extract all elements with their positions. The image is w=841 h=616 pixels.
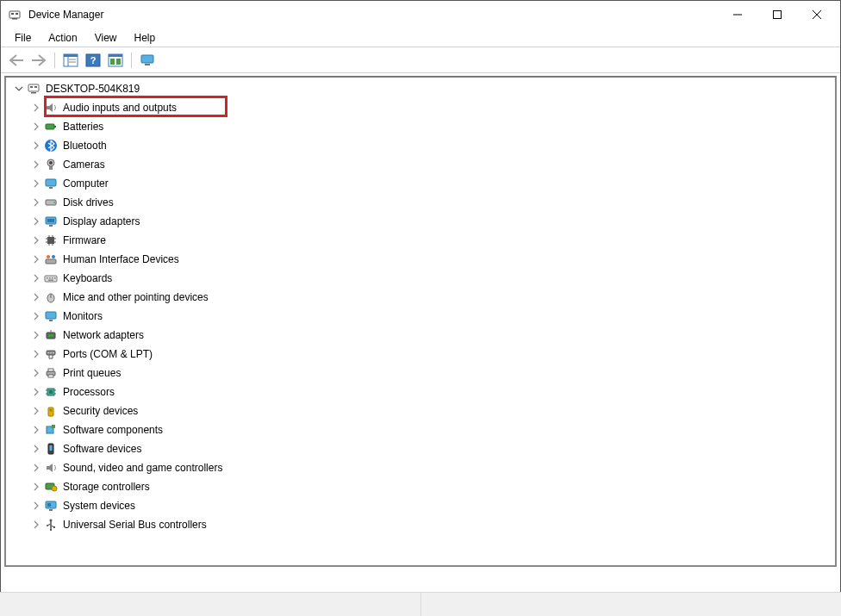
statusbar	[0, 592, 841, 616]
expander-right-icon[interactable]	[30, 159, 42, 171]
expander-right-icon[interactable]	[30, 424, 42, 436]
network-icon	[43, 327, 59, 343]
window-controls	[718, 2, 837, 28]
menu-help[interactable]: Help	[126, 30, 165, 46]
svg-rect-51	[47, 277, 48, 279]
tree-item-label: Ports (COM & LPT)	[63, 348, 153, 360]
expander-right-icon[interactable]	[30, 386, 42, 398]
expander-right-icon[interactable]	[30, 253, 42, 265]
monitor-button[interactable]	[137, 50, 158, 71]
status-cell	[0, 593, 421, 616]
tree-item-software-devices[interactable]: Software devices	[6, 439, 835, 458]
storage-controller-icon	[43, 479, 59, 495]
tree-item-hid[interactable]: Human Interface Devices	[6, 250, 835, 269]
software-component-icon	[43, 422, 59, 438]
tree-item-bluetooth[interactable]: Bluetooth	[6, 136, 835, 155]
help-button[interactable]: ?	[83, 50, 103, 71]
svg-rect-32	[49, 187, 53, 189]
svg-point-29	[49, 161, 53, 165]
expander-right-icon[interactable]	[30, 500, 42, 512]
expander-right-icon[interactable]	[30, 348, 42, 360]
expander-right-icon[interactable]	[30, 102, 42, 114]
expander-right-icon[interactable]	[30, 405, 42, 417]
maximize-button[interactable]	[757, 2, 797, 28]
expander-right-icon[interactable]	[30, 519, 42, 531]
tree-item-usb-controllers[interactable]: Universal Serial Bus controllers	[6, 515, 835, 534]
tree-item-label: Storage controllers	[63, 481, 150, 493]
expander-right-icon[interactable]	[30, 177, 42, 190]
keyboard-icon	[43, 271, 59, 286]
tree-item-system-devices[interactable]: System devices	[6, 496, 835, 515]
tree-item-disk-drives[interactable]: Disk drives	[6, 193, 835, 212]
expander-right-icon[interactable]	[30, 310, 42, 322]
tree-item-label: Audio inputs and outputs	[63, 102, 177, 114]
minimize-button[interactable]	[718, 2, 757, 28]
svg-rect-47	[46, 259, 56, 264]
expander-right-icon[interactable]	[30, 272, 42, 284]
back-button[interactable]	[6, 50, 27, 71]
svg-rect-18	[116, 59, 121, 65]
expander-right-icon[interactable]	[30, 215, 42, 227]
expander-right-icon[interactable]	[30, 196, 42, 208]
tree-item-cameras[interactable]: Cameras	[6, 155, 835, 174]
svg-rect-30	[49, 166, 53, 170]
expander-right-icon[interactable]	[30, 443, 42, 455]
expander-right-icon[interactable]	[30, 234, 42, 246]
expander-right-icon[interactable]	[30, 291, 42, 303]
tree-item-storage-controllers[interactable]: Storage controllers	[6, 477, 835, 496]
svg-rect-2	[16, 13, 18, 15]
printer-icon	[43, 365, 59, 381]
titlebar: Device Manager	[1, 1, 840, 28]
mouse-icon	[43, 289, 59, 305]
tree-item-audio[interactable]: Audio inputs and outputs	[6, 98, 835, 117]
expander-right-icon[interactable]	[30, 462, 42, 474]
software-device-icon	[43, 441, 59, 457]
tree-item-keyboards[interactable]: Keyboards	[6, 269, 835, 288]
tree-root-label: DESKTOP-504K819	[46, 83, 140, 95]
expander-right-icon[interactable]	[30, 481, 42, 493]
svg-point-65	[50, 352, 52, 354]
app-icon	[8, 8, 22, 22]
close-button[interactable]	[797, 2, 837, 28]
tree-item-print-queues[interactable]: Print queues	[6, 364, 835, 383]
expander-right-icon[interactable]	[30, 140, 42, 152]
tree-item-label: Bluetooth	[63, 140, 107, 152]
tree-item-monitors[interactable]: Monitors	[6, 307, 835, 326]
tree-item-network-adapters[interactable]: Network adapters	[6, 326, 835, 345]
forward-button[interactable]	[28, 50, 49, 71]
tree-item-label: Disk drives	[63, 196, 114, 208]
tree-item-ports[interactable]: Ports (COM & LPT)	[6, 345, 835, 364]
tree-item-security-devices[interactable]: Security devices	[6, 401, 835, 420]
expander-right-icon[interactable]	[30, 367, 42, 379]
toolbar: ?	[1, 47, 840, 73]
expander-right-icon[interactable]	[30, 329, 42, 341]
chip-icon	[43, 233, 59, 248]
tree-item-sound-video[interactable]: Sound, video and game controllers	[6, 458, 835, 477]
tree-item-software-components[interactable]: Software components	[6, 420, 835, 439]
show-hide-tree-button[interactable]	[60, 50, 81, 71]
scan-hardware-button[interactable]	[105, 50, 126, 71]
device-tree-container[interactable]: DESKTOP-504K819 Audio inputs and outputs…	[4, 76, 837, 567]
expander-right-icon[interactable]	[30, 121, 42, 133]
menu-file[interactable]: File	[6, 30, 40, 46]
tree-item-computer[interactable]: Computer	[6, 174, 835, 193]
tree-item-display-adapters[interactable]: Display adapters	[6, 212, 835, 231]
menu-action[interactable]: Action	[40, 30, 85, 46]
svg-rect-86	[49, 509, 53, 511]
svg-rect-53	[52, 277, 53, 279]
menu-view[interactable]: View	[86, 30, 126, 46]
menubar: File Action View Help	[1, 28, 840, 47]
usb-icon	[43, 517, 59, 532]
svg-rect-5	[774, 11, 782, 19]
tree-item-label: Software components	[63, 424, 163, 436]
svg-point-83	[52, 486, 57, 491]
tree-item-batteries[interactable]: Batteries	[6, 117, 835, 136]
tree-item-mice[interactable]: Mice and other pointing devices	[6, 288, 835, 307]
tree-item-processors[interactable]: Processors	[6, 383, 835, 401]
svg-rect-17	[110, 59, 115, 65]
tree-item-firmware[interactable]: Firmware	[6, 231, 835, 250]
expander-down-icon[interactable]	[13, 83, 25, 95]
tree-root[interactable]: DESKTOP-504K819	[6, 79, 835, 98]
tree-item-label: Software devices	[63, 443, 141, 455]
tree-item-label: Processors	[63, 386, 115, 398]
